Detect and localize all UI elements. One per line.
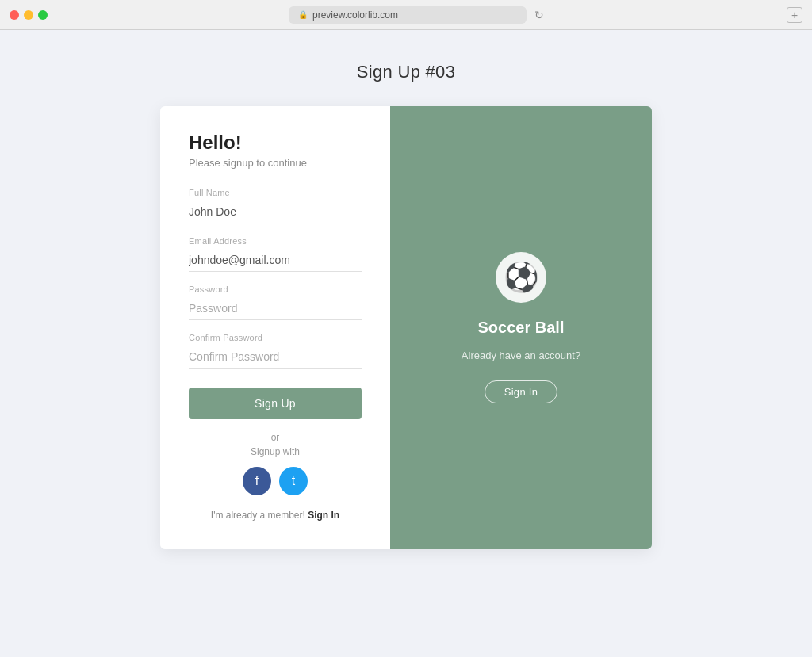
email-input[interactable] — [189, 249, 362, 272]
confirm-password-input[interactable] — [189, 346, 362, 369]
full-name-label: Full Name — [189, 188, 362, 197]
page-title: Sign Up #03 — [357, 62, 455, 82]
email-group: Email Address — [189, 236, 362, 272]
right-panel-signin-button[interactable]: Sign In — [485, 380, 558, 403]
facebook-icon: f — [255, 474, 259, 488]
password-group: Password — [189, 285, 362, 320]
form-hello: Hello! — [189, 132, 362, 154]
password-input[interactable] — [189, 297, 362, 320]
browser-chrome: 🔒 preview.colorlib.com ↻ + — [0, 0, 812, 30]
form-panel: Hello! Please signup to continue Full Na… — [160, 106, 390, 549]
confirm-password-group: Confirm Password — [189, 333, 362, 369]
url-text: preview.colorlib.com — [312, 10, 398, 21]
url-bar[interactable]: 🔒 preview.colorlib.com — [289, 6, 527, 24]
facebook-button[interactable]: f — [243, 467, 271, 495]
password-label: Password — [189, 285, 362, 294]
right-panel-title: Soccer Ball — [478, 319, 565, 337]
refresh-button[interactable]: ↻ — [533, 9, 546, 21]
traffic-light-minimize[interactable] — [24, 10, 33, 20]
browser-content: Sign Up #03 Hello! Please signup to cont… — [0, 30, 812, 657]
right-panel: ⚽ Soccer Ball Already have an account? S… — [390, 106, 652, 549]
signup-card: Hello! Please signup to continue Full Na… — [160, 106, 652, 549]
member-text: I'm already a member! Sign In — [189, 510, 362, 521]
twitter-icon: t — [292, 474, 295, 488]
signup-with-text: Signup with — [189, 446, 362, 457]
lock-icon: 🔒 — [298, 10, 308, 19]
right-panel-subtitle: Already have an account? — [462, 350, 580, 361]
twitter-button[interactable]: t — [279, 467, 308, 495]
form-subtitle: Please signup to continue — [189, 157, 362, 169]
or-text: or — [189, 432, 362, 443]
email-label: Email Address — [189, 236, 362, 246]
address-bar: 🔒 preview.colorlib.com ↻ — [54, 6, 780, 24]
soccer-ball-emoji: ⚽ — [504, 261, 539, 294]
traffic-lights — [10, 10, 48, 20]
soccer-ball-icon: ⚽ — [496, 252, 546, 303]
full-name-input[interactable] — [189, 201, 362, 223]
new-tab-button[interactable]: + — [787, 7, 802, 23]
signin-link[interactable]: Sign In — [308, 510, 339, 521]
already-member-label: I'm already a member! — [211, 510, 305, 521]
social-buttons: f t — [189, 467, 362, 495]
signup-button[interactable]: Sign Up — [189, 388, 362, 419]
confirm-password-label: Confirm Password — [189, 333, 362, 342]
traffic-light-close[interactable] — [10, 10, 19, 20]
traffic-light-maximize[interactable] — [38, 10, 48, 20]
full-name-group: Full Name — [189, 188, 362, 223]
